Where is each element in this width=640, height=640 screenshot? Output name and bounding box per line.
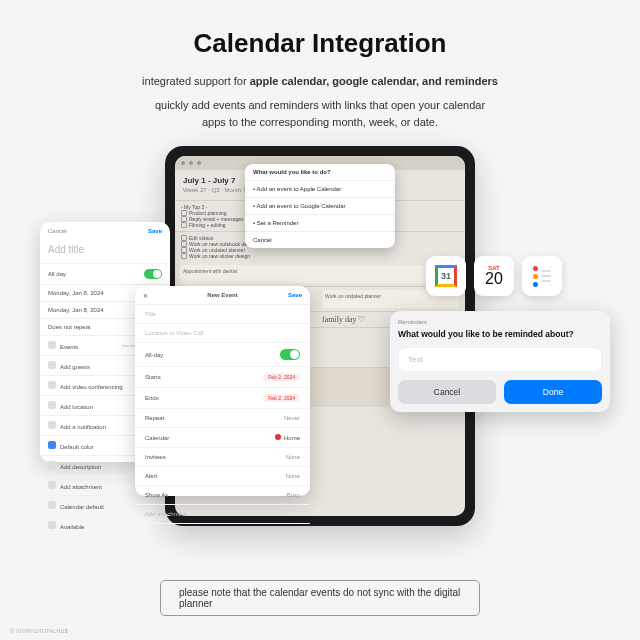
alert-label: Alert [145,473,157,479]
subtitle-bold: apple calendar, google calendar, and rem… [250,75,498,87]
cancel-button[interactable]: Cancel [398,380,496,404]
location-icon [48,401,56,409]
google-calendar-icon[interactable]: 31 [426,256,466,296]
desc-line1: quickly add events and reminders with li… [0,97,640,114]
action-popup: What would you like to do? • Add an even… [245,164,395,248]
cancel-button[interactable]: Cancel [48,228,67,234]
google-event-panel: ✕ New Event Save Title Location or Video… [135,286,310,496]
subtitle-pre: integrated support for [142,75,250,87]
text-icon [48,461,56,469]
description: quickly add events and reminders with li… [0,97,640,130]
allday-label: All-day [145,352,163,358]
reminders-question: What would you like to be reminded about… [398,329,602,339]
subtitle: integrated support for apple calendar, g… [0,75,640,87]
attachment-row[interactable]: Add attachment... [135,505,310,524]
calendar-dot-icon [275,434,281,440]
people-icon [48,361,56,369]
allday-toggle[interactable] [280,349,300,360]
title-input[interactable]: Add title [40,240,170,263]
repeat-value[interactable]: Never [284,415,300,421]
calendar-icon [48,341,56,349]
showas-value[interactable]: Busy [287,492,300,498]
new-event-title: New Event [207,292,237,298]
location-input[interactable]: Location or Video Call [135,324,310,343]
save-button[interactable]: Save [148,228,162,234]
alert-value[interactable]: None [286,473,300,479]
credit: © IVORYDIGITALHUB [10,628,69,634]
page-title: Calendar Integration [0,28,640,59]
starts-label: Starts [145,374,161,380]
showas-label: Show As [145,492,168,498]
close-icon[interactable]: ✕ [143,292,148,299]
save-button[interactable]: Save [288,292,302,298]
starts-value[interactable]: Feb 2, 2024 [263,373,300,381]
app-icons: 31 SAT 20 [426,256,562,296]
popup-reminder[interactable]: • Set a Reminder [245,214,395,231]
color-swatch-icon [48,441,56,449]
reminders-icon[interactable] [522,256,562,296]
allday-toggle[interactable] [144,269,162,279]
bell-icon [48,421,56,429]
ends-value[interactable]: Feb 2, 2024 [263,394,300,402]
reminders-dialog: Reminders What would you like to be remi… [390,311,610,412]
footer-note: please note that the calendar events do … [160,580,480,616]
invitees-label: Invitees [145,454,166,460]
popup-apple-cal[interactable]: • Add an event to Apple Calendar [245,180,395,197]
title-input[interactable]: Title [135,305,310,324]
briefcase-icon [48,521,56,529]
video-icon [48,381,56,389]
popup-google-cal[interactable]: • Add an event to Google Calendar [245,197,395,214]
reminder-text-input[interactable]: Text [398,347,602,372]
calendar-label: Calendar [145,435,169,441]
desc-line2: apps to the corresponding month, week, o… [0,114,640,131]
popup-cancel[interactable]: Cancel [245,231,395,248]
appointment-note: Appointment with dentist [180,265,460,283]
repeat-label: Repeat [145,415,164,421]
calendar-value[interactable]: Home [275,434,300,441]
apple-calendar-icon[interactable]: SAT 20 [474,256,514,296]
attachment-icon [48,481,56,489]
stage: July 1 - July 7Week 27 · Q3 · Month 7 - … [0,146,640,546]
calendar-icon [48,501,56,509]
popup-header: What would you like to do? [245,164,395,180]
ends-label: Ends [145,395,159,401]
done-button[interactable]: Done [504,380,602,404]
invitees-value[interactable]: None [286,454,300,460]
reminders-label: Reminders [398,319,602,325]
allday-label: All day [48,271,66,277]
